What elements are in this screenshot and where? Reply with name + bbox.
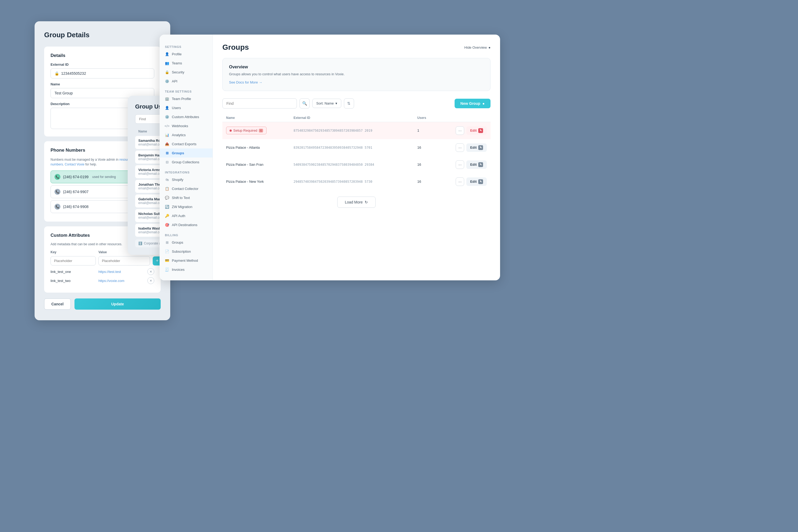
nav-item-profile[interactable]: 👤 Profile (159, 50, 212, 58)
users-icon: 👤 (165, 106, 169, 110)
see-docs-link[interactable]: See Docs for More → (229, 80, 484, 84)
edit-label-3: Edit (470, 179, 477, 184)
subscription-icon: 📄 (165, 249, 169, 253)
nav-item-webhooks[interactable]: </> Webhooks (159, 121, 212, 130)
nav-item-users[interactable]: 👤 Users (159, 103, 212, 112)
cancel-button[interactable]: Cancel (44, 299, 71, 310)
edit-label-1: Edit (470, 146, 477, 150)
attr-delete-1[interactable]: × (147, 277, 154, 284)
nav-item-shift-to-text[interactable]: 💬 Shift to Text (159, 193, 212, 202)
nav-item-custom-attributes[interactable]: ⚙️ Custom Attributes (159, 112, 212, 121)
nav-item-contact-exports[interactable]: 📤 Contact Exports (159, 139, 212, 148)
nav-item-security[interactable]: 🔒 Security (159, 68, 212, 77)
groups-icon: ⊞ (165, 151, 169, 155)
phone-inactive-icon-1: 📞 (55, 189, 60, 195)
nav-label-billing-groups: Groups (172, 241, 183, 244)
nav-item-zw-migration[interactable]: 🔄 ZW Migration (159, 202, 212, 211)
analytics-icon: 📊 (165, 133, 169, 137)
custom-attributes-icon: ⚙️ (165, 115, 169, 119)
group-name-2: Pizza Palace - San Fran (222, 156, 290, 173)
sort-dropdown[interactable]: Sort: Name ▾ (312, 99, 341, 108)
load-more-button[interactable]: Load More ↻ (337, 196, 376, 208)
payment-method-icon: 💳 (165, 258, 169, 263)
update-button[interactable]: Update (75, 299, 161, 310)
nav-item-api-auth[interactable]: 🔑 API Auth (159, 211, 212, 220)
contact-collector-icon: 📋 (165, 187, 169, 191)
sort-toggle-button[interactable]: ⇅ (344, 98, 354, 109)
nav-item-groups[interactable]: ⊞ Groups (159, 148, 212, 157)
nav-item-invoices[interactable]: 🧾 Invoices (159, 265, 212, 274)
nav-item-api-destinations[interactable]: 🎯 API Destinations (159, 220, 212, 229)
group-name-3: Pizza Palace - New York (222, 173, 290, 190)
group-users-3: 16 (414, 173, 437, 190)
nav-item-billing-groups[interactable]: ⊞ Groups (159, 238, 212, 247)
teams-icon: 👥 (165, 61, 169, 65)
new-group-button[interactable]: New Group ● (455, 99, 491, 108)
attr-delete-0[interactable]: × (147, 268, 154, 275)
overview-desc: Groups allows you to control what users … (229, 72, 484, 77)
groups-search-input[interactable] (222, 98, 297, 109)
zw-migration-icon: 🔄 (165, 205, 169, 209)
edit-label-2: Edit (470, 163, 477, 167)
phone-number-2: (246) 674-9908 (63, 205, 89, 209)
contact-exports-icon: 📤 (165, 142, 169, 146)
attr-val-1: https://voxie.com (98, 279, 145, 283)
nav-label-contact-collector: Contact Collector (172, 187, 198, 191)
name-label: Name (51, 82, 154, 86)
edit-button-3[interactable]: Edit ✎ (466, 177, 487, 186)
shift-to-text-icon: 💬 (165, 195, 169, 200)
nav-item-contact-collector[interactable]: 📋 Contact Collector (159, 184, 212, 193)
dots-button-2[interactable]: ··· (456, 160, 464, 169)
ext-id-text-0: 875403298475029348573094857203984857 201… (293, 129, 372, 132)
nav-label-zw-migration: ZW Migration (172, 205, 192, 209)
attr-key-input[interactable] (51, 256, 96, 265)
nav-item-group-collections[interactable]: ⊟ Group Collections (159, 157, 212, 167)
nav-item-shopify[interactable]: 🛍 Shopify (159, 175, 212, 184)
group-users-2: 16 (414, 156, 437, 173)
edit-icon-2: ✎ (478, 162, 483, 167)
group-name-1: Pizza Palace - Atlanta (222, 139, 290, 156)
edit-button-2[interactable]: Edit ✎ (466, 160, 487, 169)
nav-label-api-destinations: API Destinations (172, 223, 197, 227)
nav-label-invoices: Invoices (172, 268, 185, 271)
col-name-header: Name (222, 114, 290, 122)
group-ext-id-3: 294857403984750203948573940857203948 573… (290, 173, 413, 190)
nav-item-api[interactable]: ⚙️ API (159, 77, 212, 86)
row-actions-1: ··· Edit ✎ (440, 144, 487, 152)
see-docs-label: See Docs for More → (229, 80, 262, 84)
dots-button-0[interactable]: ··· (456, 126, 464, 135)
dots-button-3[interactable]: ··· (456, 177, 464, 186)
nav-label-analytics: Analytics (172, 133, 186, 137)
nav-label-shift-to-text: Shift to Text (172, 196, 190, 200)
groups-table: Name External ID Users Setup Required 6 (222, 114, 491, 190)
load-more-label: Load More (345, 200, 363, 204)
webhooks-icon: </> (165, 124, 169, 128)
group-ext-id-2: 540938475902384857029483758039484850 293… (290, 156, 413, 173)
api-destinations-icon: 🎯 (165, 223, 169, 227)
nav-item-team-profile[interactable]: 🏢 Team Profile (159, 94, 212, 103)
group-actions-1: ··· Edit ✎ (437, 139, 491, 156)
edit-button-1[interactable]: Edit ✎ (466, 144, 487, 152)
attr-value-input[interactable] (98, 256, 150, 265)
profile-icon: 👤 (165, 52, 169, 56)
groups-search-button[interactable]: 🔍 (300, 98, 310, 109)
external-id-input: 🔒 123445505232 (51, 68, 154, 78)
hide-overview-button[interactable]: Hide Overview ● (464, 45, 491, 50)
contact-voxie-link[interactable]: Contact Voxie (65, 163, 84, 166)
integrations-section-label: Integrations (159, 169, 212, 175)
nav-item-analytics[interactable]: 📊 Analytics (159, 130, 212, 139)
edit-button-0[interactable]: Edit ✎ (466, 126, 487, 135)
row-actions-2: ··· Edit ✎ (440, 160, 487, 169)
nav-item-payment-method[interactable]: 💳 Payment Method (159, 256, 212, 265)
ext-id-text-1: 839201758495847230483950938405732948 570… (293, 146, 372, 150)
api-icon: ⚙️ (165, 79, 169, 83)
group-name-0: Setup Required 6 (222, 122, 290, 139)
dots-button-1[interactable]: ··· (456, 144, 464, 152)
group-collections-icon: ⊟ (165, 160, 169, 164)
key-header: Key (51, 250, 96, 254)
nav-item-subscription[interactable]: 📄 Subscription (159, 247, 212, 256)
phone-inactive-icon-2: 📞 (55, 204, 60, 210)
nav-item-teams[interactable]: 👥 Teams (159, 58, 212, 68)
col-external-id-header: External ID (290, 114, 413, 122)
nav-label-payment-method: Payment Method (172, 259, 198, 263)
